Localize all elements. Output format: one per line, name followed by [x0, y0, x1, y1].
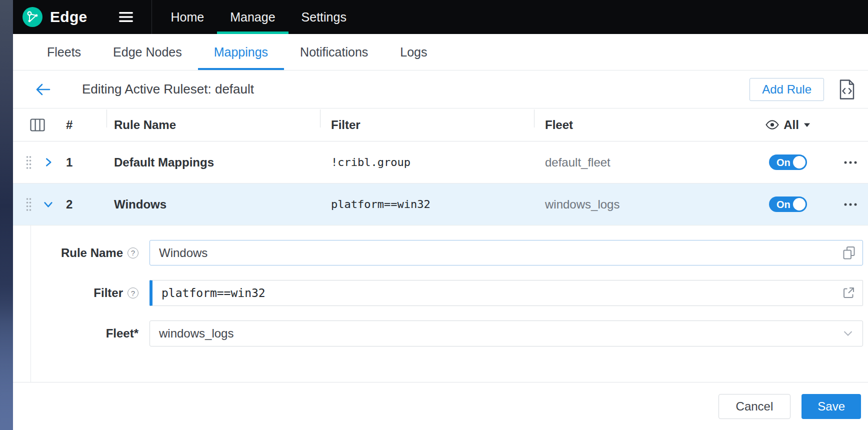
- toggle-knob: [793, 156, 806, 168]
- row-index: 2: [62, 198, 106, 212]
- row-more-button[interactable]: [840, 198, 862, 210]
- code-file-icon: [838, 79, 856, 100]
- tab-logs[interactable]: Logs: [384, 34, 443, 70]
- rule-name-input[interactable]: [150, 240, 863, 266]
- tab-fleets[interactable]: Fleets: [31, 34, 97, 70]
- expand-row-button[interactable]: [43, 157, 54, 168]
- cancel-button[interactable]: Cancel: [718, 394, 791, 419]
- tab-mappings[interactable]: Mappings: [198, 34, 284, 70]
- fleet-label: Fleet*: [13, 326, 138, 340]
- column-settings-button[interactable]: [30, 118, 45, 132]
- copy-icon: [843, 246, 855, 260]
- fleet-select[interactable]: windows_logs: [150, 320, 863, 346]
- row-rule-name: Default Mappings: [106, 156, 320, 170]
- row-more-button[interactable]: [840, 156, 862, 168]
- toggle-label: On: [776, 198, 790, 210]
- table-row[interactable]: 1 Default Mappings !cribl.group default_…: [13, 142, 868, 184]
- collapse-row-button[interactable]: [43, 199, 54, 210]
- fleet-select-value: windows_logs: [159, 326, 234, 340]
- brand-name: Edge: [50, 8, 88, 26]
- ellipsis-icon: [844, 202, 858, 206]
- row-fleet: default_fleet: [534, 156, 743, 170]
- tab-edge-nodes[interactable]: Edge Nodes: [97, 34, 198, 70]
- tab-notifications[interactable]: Notifications: [284, 34, 384, 70]
- ruleset-header: Editing Active Ruleset: default Add Rule: [13, 70, 868, 108]
- chevron-down-icon: [43, 199, 54, 210]
- row-index: 1: [62, 156, 106, 170]
- caret-down-icon: [804, 122, 810, 128]
- nav-item-manage[interactable]: Manage: [217, 0, 288, 34]
- visibility-label: All: [784, 118, 799, 132]
- filter-label: Filter ?: [13, 286, 138, 300]
- back-button[interactable]: [35, 82, 51, 96]
- filter-expression-input[interactable]: [150, 280, 863, 306]
- tabbar: Fleets Edge Nodes Mappings Notifications…: [13, 34, 868, 70]
- edge-logo-icon: [22, 6, 43, 28]
- row-fleet: windows_logs: [534, 198, 743, 212]
- copy-button[interactable]: [843, 246, 855, 260]
- hamburger-menu-button[interactable]: [118, 0, 134, 34]
- rule-toggle[interactable]: On: [769, 196, 807, 212]
- toggle-knob: [793, 198, 806, 210]
- table-header: # Rule Name Filter Fleet All: [13, 108, 868, 142]
- filter-row: Filter ?: [13, 280, 868, 306]
- add-rule-button[interactable]: Add Rule: [750, 78, 824, 101]
- rule-toggle[interactable]: On: [769, 154, 807, 170]
- brand-area: Edge: [13, 0, 88, 34]
- topbar-divider: [152, 0, 152, 34]
- view-json-button[interactable]: [838, 79, 856, 100]
- row-filter: platform==win32: [320, 198, 534, 210]
- drag-handle[interactable]: [25, 154, 32, 170]
- help-icon[interactable]: ?: [128, 288, 138, 298]
- column-header-filter: Filter: [320, 118, 534, 132]
- visibility-filter-dropdown[interactable]: All: [766, 118, 810, 132]
- ellipsis-icon: [844, 160, 858, 164]
- back-arrow-icon: [35, 82, 51, 96]
- fleet-row: Fleet* windows_logs: [13, 320, 868, 346]
- table-row[interactable]: 2 Windows platform==win32 windows_logs O…: [13, 184, 868, 226]
- save-button[interactable]: Save: [802, 394, 861, 419]
- rule-editor: Rule Name ? Filter ?: [13, 226, 868, 382]
- column-header-index: #: [62, 118, 106, 132]
- row-rule-name: Windows: [106, 198, 320, 212]
- expand-editor-button[interactable]: [842, 286, 855, 300]
- drag-handle[interactable]: [25, 196, 32, 212]
- row-filter: !cribl.group: [320, 156, 534, 168]
- rule-name-row: Rule Name ?: [13, 240, 868, 266]
- help-icon[interactable]: ?: [128, 248, 138, 258]
- popout-icon: [842, 286, 855, 300]
- topbar: Edge Home Manage Settings: [13, 0, 868, 34]
- chevron-right-icon: [43, 157, 54, 168]
- page-title: Editing Active Ruleset: default: [82, 82, 254, 97]
- nav-item-settings[interactable]: Settings: [288, 0, 360, 34]
- column-header-fleet: Fleet: [534, 118, 743, 132]
- topnav: Home Manage Settings: [158, 0, 360, 34]
- column-header-rule-name: Rule Name: [106, 118, 320, 132]
- columns-icon: [30, 118, 45, 132]
- chevron-down-icon: [844, 331, 852, 336]
- footer-actions: Cancel Save: [13, 382, 868, 430]
- rule-name-label: Rule Name ?: [13, 246, 138, 260]
- eye-icon: [766, 120, 779, 130]
- app-window: Edge Home Manage Settings Fleets Edge No…: [13, 0, 868, 430]
- nav-item-home[interactable]: Home: [158, 0, 218, 34]
- toggle-label: On: [776, 156, 790, 168]
